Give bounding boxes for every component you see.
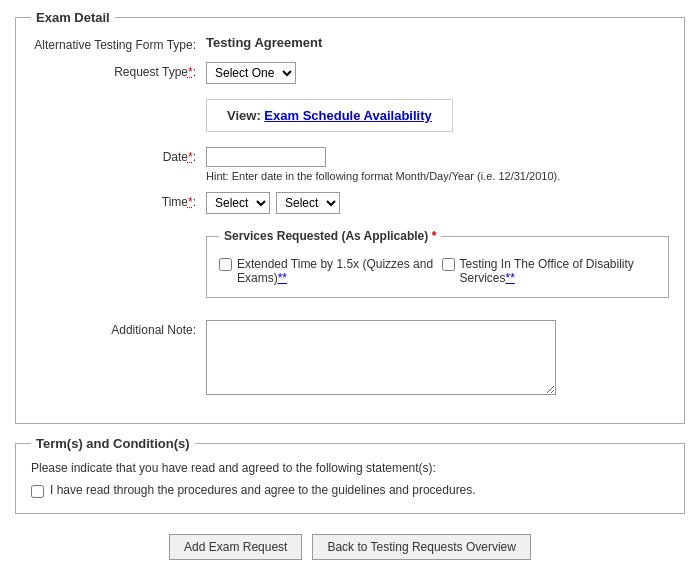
additional-note-row: Additional Note: bbox=[31, 320, 669, 398]
date-hint: Hint: Enter date in the following format… bbox=[206, 170, 669, 182]
terms-checkbox[interactable] bbox=[31, 485, 44, 498]
request-type-select[interactable]: Select One Option A Option B bbox=[206, 62, 296, 84]
service1-link[interactable]: ** bbox=[278, 271, 287, 285]
exam-schedule-link[interactable]: Exam Schedule Availability bbox=[264, 108, 431, 123]
service2-link[interactable]: ** bbox=[506, 271, 515, 285]
services-legend: Services Requested (As Applicable) * bbox=[219, 229, 441, 243]
time-minute-select[interactable]: Select bbox=[276, 192, 340, 214]
view-link-box: View: Exam Schedule Availability bbox=[206, 99, 453, 132]
service2-checkbox[interactable] bbox=[442, 258, 455, 271]
alt-testing-row: Alternative Testing Form Type: Testing A… bbox=[31, 35, 669, 52]
alt-testing-label: Alternative Testing Form Type: bbox=[31, 35, 206, 52]
date-row: Date*: Hint: Enter date in the following… bbox=[31, 147, 669, 182]
services-row: Services Requested (As Applicable) * Ext… bbox=[31, 224, 669, 310]
exam-detail-legend: Exam Detail bbox=[31, 10, 115, 25]
services-fieldset: Services Requested (As Applicable) * Ext… bbox=[206, 229, 669, 298]
footer-buttons: Add Exam Request Back to Testing Request… bbox=[15, 526, 685, 568]
terms-legend: Term(s) and Condition(s) bbox=[31, 436, 195, 451]
alt-testing-value: Testing Agreement bbox=[206, 33, 322, 50]
terms-fieldset: Term(s) and Condition(s) Please indicate… bbox=[15, 436, 685, 514]
terms-check-label: I have read through the procedures and a… bbox=[50, 483, 476, 497]
terms-check-row: I have read through the procedures and a… bbox=[31, 483, 669, 498]
date-input[interactable] bbox=[206, 147, 326, 167]
time-hour-select[interactable]: Select bbox=[206, 192, 270, 214]
terms-statement: Please indicate that you have read and a… bbox=[31, 461, 669, 475]
additional-note-label: Additional Note: bbox=[31, 320, 206, 337]
request-type-row: Request Type*: Select One Option A Optio… bbox=[31, 62, 669, 84]
time-label: Time*: bbox=[31, 192, 206, 209]
view-label: View: bbox=[227, 108, 261, 123]
services-grid: Extended Time by 1.5x (Quizzes and Exams… bbox=[219, 257, 656, 285]
back-button[interactable]: Back to Testing Requests Overview bbox=[312, 534, 531, 560]
request-type-label: Request Type*: bbox=[31, 62, 206, 79]
additional-note-textarea[interactable] bbox=[206, 320, 556, 395]
date-label: Date*: bbox=[31, 147, 206, 164]
service2-label: Testing In The Office of Disability Serv… bbox=[460, 257, 657, 285]
exam-detail-fieldset: Exam Detail Alternative Testing Form Typ… bbox=[15, 10, 685, 424]
add-exam-button[interactable]: Add Exam Request bbox=[169, 534, 302, 560]
service2-item: Testing In The Office of Disability Serv… bbox=[442, 257, 657, 285]
time-row: Time*: Select Select bbox=[31, 192, 669, 214]
service1-item: Extended Time by 1.5x (Quizzes and Exams… bbox=[219, 257, 434, 285]
view-link-row: View: Exam Schedule Availability bbox=[31, 94, 669, 137]
service1-label: Extended Time by 1.5x (Quizzes and Exams… bbox=[237, 257, 434, 285]
service1-checkbox[interactable] bbox=[219, 258, 232, 271]
time-selects: Select Select bbox=[206, 192, 669, 214]
